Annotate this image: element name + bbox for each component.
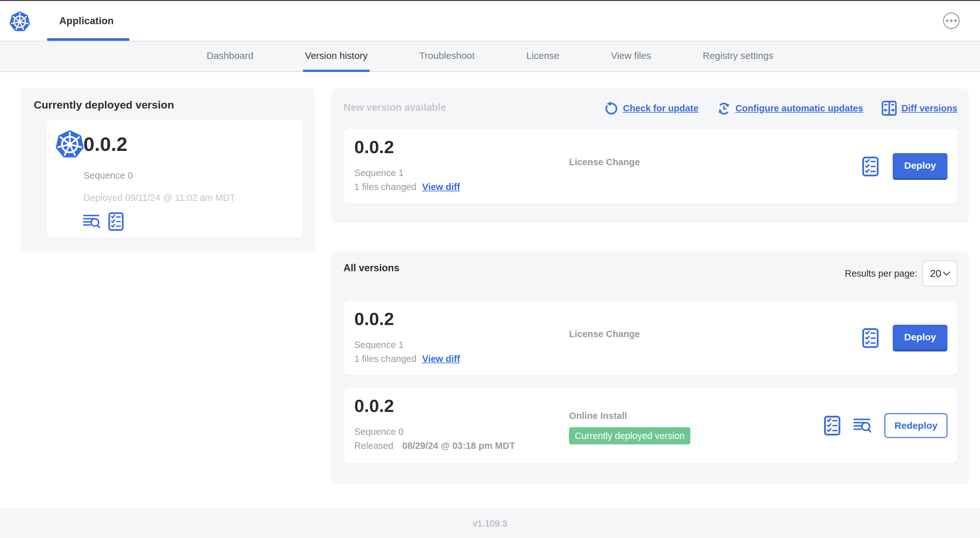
row-version-number: 0.0.2 bbox=[354, 308, 394, 329]
all-versions-section: All versions Results per page: 20 0.0.2 … bbox=[331, 251, 969, 484]
diff-versions-link[interactable]: Diff versions bbox=[881, 101, 958, 116]
deployed-timestamp: Deployed 09/11/24 @ 11:02 am MDT bbox=[83, 193, 235, 203]
refresh-icon bbox=[605, 101, 618, 115]
row-version-number: 0.0.2 bbox=[354, 136, 394, 157]
active-app-tab-indicator bbox=[47, 38, 129, 41]
new-version-row: 0.0.2 Sequence 1 1 files changed View di… bbox=[344, 129, 958, 204]
main-content: Currently deployed version 0.0.2 Sequenc… bbox=[0, 72, 980, 509]
auto-update-clock-icon bbox=[717, 101, 731, 115]
page-nav: Dashboard Version history Troubleshoot L… bbox=[0, 41, 980, 72]
more-options-button[interactable] bbox=[943, 13, 959, 29]
results-per-page-label: Results per page: bbox=[845, 268, 917, 279]
version-row: 0.0.2 Sequence 1 1 files changed View di… bbox=[344, 301, 958, 375]
currently-deployed-title: Currently deployed version bbox=[34, 99, 174, 111]
tab-view-files[interactable]: View files bbox=[609, 41, 653, 72]
app-footer: v1.109.3 bbox=[0, 509, 980, 538]
diff-icon bbox=[881, 101, 897, 116]
logs-icon[interactable] bbox=[853, 418, 872, 433]
deploy-button[interactable]: Deploy bbox=[893, 153, 948, 180]
new-version-section: New version available Check for update C… bbox=[331, 89, 969, 223]
tab-registry-settings[interactable]: Registry settings bbox=[701, 41, 775, 72]
check-for-update-link[interactable]: Check for update bbox=[605, 101, 698, 115]
row-files-changed: 1 files changed bbox=[354, 354, 417, 364]
logs-icon[interactable] bbox=[83, 214, 101, 229]
tab-version-history[interactable]: Version history bbox=[303, 41, 369, 72]
row-sequence: Sequence 0 bbox=[354, 427, 404, 437]
chevron-down-icon bbox=[943, 271, 950, 276]
deployed-version-card: 0.0.2 Sequence 0 Deployed 09/11/24 @ 11:… bbox=[47, 120, 303, 238]
tab-troubleshoot[interactable]: Troubleshoot bbox=[417, 41, 477, 72]
tab-dashboard[interactable]: Dashboard bbox=[205, 41, 256, 72]
view-diff-link[interactable]: View diff bbox=[422, 354, 460, 364]
view-diff-link[interactable]: View diff bbox=[422, 182, 460, 192]
redeploy-button[interactable]: Redeploy bbox=[885, 413, 948, 438]
row-source-label: License Change bbox=[569, 329, 640, 340]
version-row-deployed: 0.0.2 Sequence 0 Released08/29/24 @ 03:1… bbox=[344, 388, 958, 463]
console-version: v1.109.3 bbox=[473, 519, 507, 529]
checklist-icon[interactable] bbox=[108, 212, 124, 231]
deploy-button[interactable]: Deploy bbox=[893, 325, 948, 351]
app-header: Application bbox=[0, 1, 980, 41]
currently-deployed-badge: Currently deployed version bbox=[569, 427, 690, 444]
checklist-icon[interactable] bbox=[862, 328, 879, 348]
row-released-date: 08/29/24 @ 03:18 pm MDT bbox=[402, 441, 515, 451]
new-version-title: New version available bbox=[344, 102, 446, 113]
kubernetes-app-icon bbox=[55, 129, 85, 159]
row-files-changed: 1 files changed bbox=[354, 182, 417, 192]
checklist-icon[interactable] bbox=[824, 416, 840, 435]
configure-automatic-updates-link[interactable]: Configure automatic updates bbox=[717, 101, 863, 115]
row-version-number: 0.0.2 bbox=[354, 395, 394, 416]
tab-license[interactable]: License bbox=[524, 41, 561, 72]
checklist-icon[interactable] bbox=[862, 157, 879, 176]
app-title-tab[interactable]: Application bbox=[47, 1, 126, 41]
all-versions-title: All versions bbox=[344, 262, 399, 274]
deployed-sequence: Sequence 0 bbox=[83, 170, 133, 181]
results-per-page-select[interactable]: 20 bbox=[922, 260, 958, 287]
kubernetes-logo-icon bbox=[9, 11, 30, 32]
row-source-label: Online Install bbox=[569, 411, 627, 421]
row-sequence: Sequence 1 bbox=[354, 340, 404, 350]
row-source-label: License Change bbox=[569, 157, 640, 167]
app-title: Application bbox=[59, 15, 114, 27]
deployed-version-number: 0.0.2 bbox=[83, 133, 127, 156]
ellipsis-icon bbox=[946, 19, 948, 22]
row-sequence: Sequence 1 bbox=[354, 168, 404, 178]
currently-deployed-panel: Currently deployed version 0.0.2 Sequenc… bbox=[21, 89, 315, 251]
row-released-prefix: Released bbox=[354, 441, 393, 451]
